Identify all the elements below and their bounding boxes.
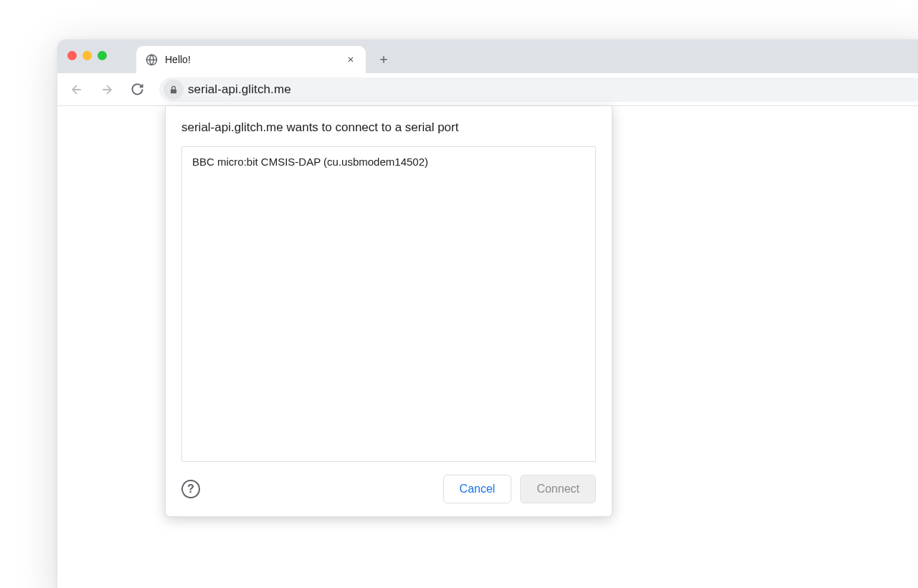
device-item[interactable]: BBC micro:bit CMSIS-DAP (cu.usbmodem1450…: [182, 147, 595, 176]
tab-title: Hello!: [165, 54, 337, 65]
page-content: serial-api.glitch.me wants to connect to…: [57, 106, 918, 588]
prompt-title: serial-api.glitch.me wants to connect to…: [181, 120, 596, 135]
site-info-button[interactable]: [164, 80, 184, 100]
help-icon: ?: [187, 483, 194, 495]
prompt-footer: ? Cancel Connect: [181, 475, 596, 503]
cancel-button[interactable]: Cancel: [443, 475, 512, 503]
window-minimize-button[interactable]: [82, 51, 92, 60]
arrow-right-icon: [100, 82, 114, 97]
browser-toolbar: serial-api.glitch.me: [57, 73, 918, 106]
address-bar[interactable]: serial-api.glitch.me: [159, 77, 918, 102]
window-zoom-button[interactable]: [98, 51, 107, 60]
browser-tab[interactable]: Hello!: [136, 46, 366, 73]
reload-icon: [131, 82, 144, 96]
tab-strip: Hello!: [57, 39, 918, 73]
connect-button[interactable]: Connect: [520, 475, 596, 503]
forward-button[interactable]: [95, 77, 119, 102]
device-list[interactable]: BBC micro:bit CMSIS-DAP (cu.usbmodem1450…: [181, 146, 596, 462]
browser-window: Hello!: [57, 39, 918, 588]
arrow-left-icon: [70, 82, 84, 97]
help-button[interactable]: ?: [181, 480, 200, 498]
plus-icon: [378, 54, 389, 65]
back-button[interactable]: [65, 77, 89, 102]
reload-button[interactable]: [125, 77, 149, 102]
lock-icon: [169, 85, 179, 95]
svg-rect-1: [171, 89, 176, 93]
window-close-button[interactable]: [67, 51, 77, 60]
stage: Hello!: [0, 0, 918, 588]
window-traffic-lights: [67, 51, 107, 60]
close-icon: [346, 55, 355, 64]
new-tab-button[interactable]: [373, 49, 394, 70]
tab-close-button[interactable]: [344, 53, 357, 66]
serial-port-prompt: serial-api.glitch.me wants to connect to…: [165, 106, 612, 517]
globe-icon: [145, 53, 158, 66]
url-text: serial-api.glitch.me: [188, 82, 291, 97]
